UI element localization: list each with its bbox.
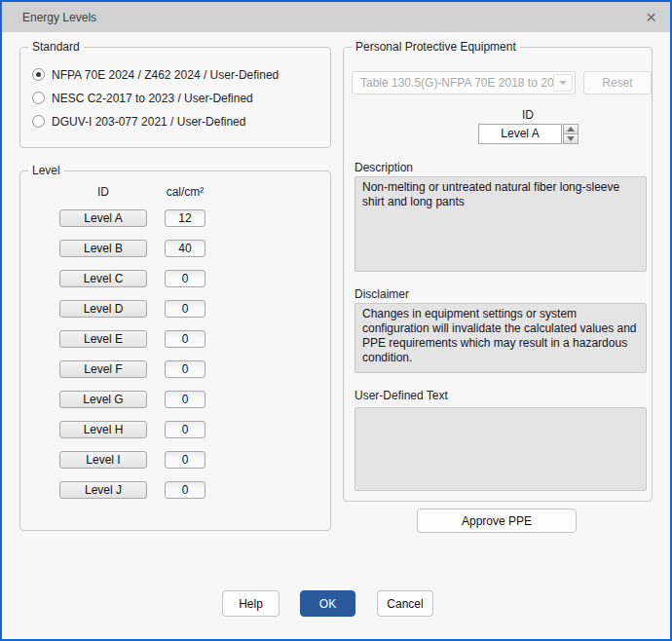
radio-option-label: NESC C2-2017 to 2023 / User-Defined [52, 92, 253, 105]
radio-option-label: NFPA 70E 2024 / Z462 2024 / User-Defined [52, 68, 279, 82]
level-h-value-field[interactable]: 0 [165, 421, 205, 438]
radio-button-icon[interactable] [32, 115, 45, 128]
level-a-button[interactable]: Level A [59, 209, 147, 227]
reset-button[interactable]: Reset [583, 71, 652, 94]
level-b-button[interactable]: Level B [59, 240, 147, 257]
ppe-id-label: ID [478, 108, 578, 122]
title-bar: Energy Levels × [2, 2, 670, 32]
ppe-group: Personal Protective Equipment Table 130.… [343, 47, 653, 502]
energy-levels-dialog: Energy Levels × Standard NFPA 70E 2024 /… [0, 0, 672, 641]
approve-ppe-button[interactable]: Approve PPE [417, 509, 577, 533]
combo-arrow-button[interactable] [553, 74, 573, 92]
radio-option-nesc-c2[interactable]: NESC C2-2017 to 2023 / User-Defined [32, 91, 253, 105]
ppe-table-select-value: Table 130.5(G)-NFPA 70E 2018 to 2024 [360, 76, 567, 90]
disclaimer-textarea[interactable]: Changes in equipment settings or system … [355, 303, 647, 373]
level-e-button[interactable]: Level E [59, 330, 147, 348]
level-d-button[interactable]: Level D [59, 300, 147, 318]
disclaimer-label: Disclaimer [355, 287, 409, 301]
level-d-value-field[interactable]: 0 [165, 300, 205, 318]
level-f-value-field[interactable]: 0 [165, 360, 205, 378]
chevron-down-icon [559, 81, 567, 85]
level-i-value-field[interactable]: 0 [165, 451, 205, 469]
description-label: Description [355, 161, 413, 174]
spinner-buttons [562, 124, 579, 144]
level-a-value-field[interactable]: 12 [165, 209, 205, 227]
level-group: Level ID cal/cm² Level A 12 Level B 40 L… [19, 170, 331, 531]
arrow-up-icon [567, 127, 575, 132]
description-textarea[interactable]: Non-melting or untreated natural fiber l… [355, 176, 647, 272]
radio-option-nfpa-70e[interactable]: NFPA 70E 2024 / Z462 2024 / User-Defined [32, 67, 279, 82]
ppe-group-label: Personal Protective Equipment [352, 40, 520, 54]
level-g-button[interactable]: Level G [59, 391, 147, 408]
level-b-value-field[interactable]: 40 [165, 240, 205, 257]
radio-button-icon[interactable] [32, 68, 45, 81]
level-h-button[interactable]: Level H [59, 421, 147, 438]
level-i-button[interactable]: Level I [59, 451, 147, 469]
radio-option-label: DGUV-I 203-077 2021 / User-Defined [52, 115, 245, 129]
level-j-value-field[interactable]: 0 [165, 481, 205, 499]
user-defined-text-label: User-Defined Text [355, 389, 448, 402]
level-f-button[interactable]: Level F [59, 360, 147, 378]
level-group-label: Level [28, 164, 64, 177]
standard-group: Standard NFPA 70E 2024 / Z462 2024 / Use… [19, 47, 331, 148]
level-j-button[interactable]: Level J [59, 481, 147, 499]
window-title: Energy Levels [22, 11, 96, 24]
level-id-column-header: ID [59, 185, 147, 199]
ppe-table-select[interactable]: Table 130.5(G)-NFPA 70E 2018 to 2024 [352, 71, 576, 94]
level-unit-column-header: cal/cm² [165, 185, 205, 199]
level-c-value-field[interactable]: 0 [165, 270, 205, 287]
ppe-id-spinner-field[interactable]: Level A [478, 124, 562, 144]
level-c-button[interactable]: Level C [59, 270, 147, 287]
user-defined-textarea[interactable] [355, 407, 647, 491]
standard-group-label: Standard [28, 40, 84, 54]
cancel-button[interactable]: Cancel [377, 590, 433, 617]
level-g-value-field[interactable]: 0 [165, 391, 205, 408]
close-icon[interactable]: × [646, 8, 656, 26]
ok-button[interactable]: OK [300, 590, 355, 617]
radio-option-dguv[interactable]: DGUV-I 203-077 2021 / User-Defined [32, 114, 245, 129]
arrow-down-icon [567, 136, 575, 141]
spin-down-button[interactable] [563, 133, 579, 144]
level-e-value-field[interactable]: 0 [165, 330, 205, 348]
ppe-id-spinner: Level A [478, 124, 579, 144]
radio-button-icon[interactable] [32, 92, 45, 104]
help-button[interactable]: Help [222, 590, 280, 617]
